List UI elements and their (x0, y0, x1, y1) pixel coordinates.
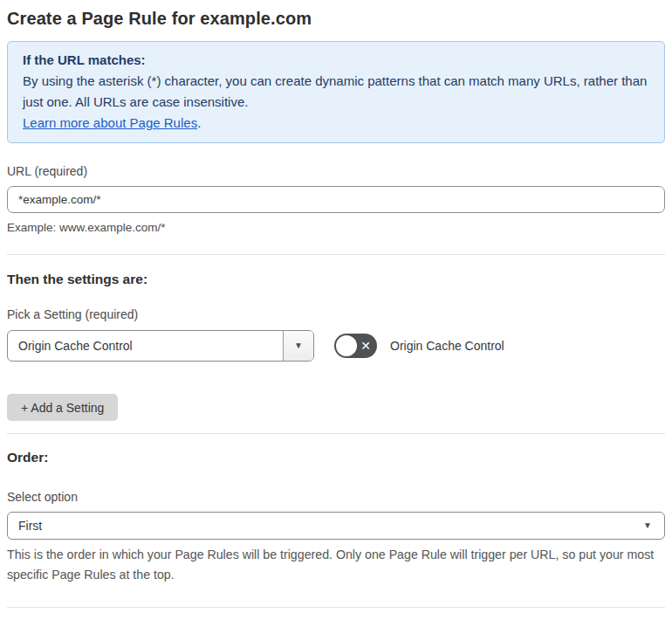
url-field-helper: Example: www.example.com/* (7, 219, 665, 236)
url-input[interactable] (7, 186, 665, 213)
chevron-down-icon: ▼ (643, 521, 652, 530)
info-box-link-line: Learn more about Page Rules. (23, 113, 649, 134)
divider (7, 433, 665, 434)
url-match-info-box: If the URL matches: By using the asteris… (7, 41, 665, 143)
link-suffix: . (197, 115, 201, 130)
setting-select-arrow-button[interactable]: ▼ (283, 331, 313, 361)
order-helper-text: This is the order in which your Page Rul… (7, 545, 665, 585)
origin-cache-control-toggle[interactable]: ✕ (334, 334, 377, 358)
order-select-label: Select option (7, 489, 665, 506)
toggle-knob (336, 335, 357, 356)
toggle-label: Origin Cache Control (390, 339, 504, 353)
order-select[interactable]: First ▼ (7, 512, 665, 540)
learn-more-link[interactable]: Learn more about Page Rules (23, 115, 197, 130)
info-box-body: By using the asterisk (*) character, you… (23, 71, 649, 113)
info-box-heading: If the URL matches: (23, 50, 649, 71)
toggle-off-x-icon: ✕ (360, 340, 371, 352)
setting-select[interactable]: Origin Cache Control ▼ (7, 330, 314, 362)
setting-select-value: Origin Cache Control (8, 331, 283, 361)
setting-row: Origin Cache Control ▼ ✕ Origin Cache Co… (7, 330, 665, 362)
settings-section-heading: Then the settings are: (7, 270, 665, 288)
page-title: Create a Page Rule for example.com (7, 7, 665, 30)
url-field-label: URL (required) (7, 163, 665, 180)
divider (7, 607, 665, 608)
divider (7, 254, 665, 255)
add-setting-button[interactable]: + Add a Setting (7, 394, 118, 421)
info-box-body-text: By using the asterisk (*) character, you… (23, 73, 647, 109)
order-select-value: First (18, 519, 42, 533)
order-section-heading: Order: (7, 448, 665, 466)
chevron-down-icon: ▼ (294, 341, 303, 350)
pick-setting-label: Pick a Setting (required) (7, 307, 665, 323)
